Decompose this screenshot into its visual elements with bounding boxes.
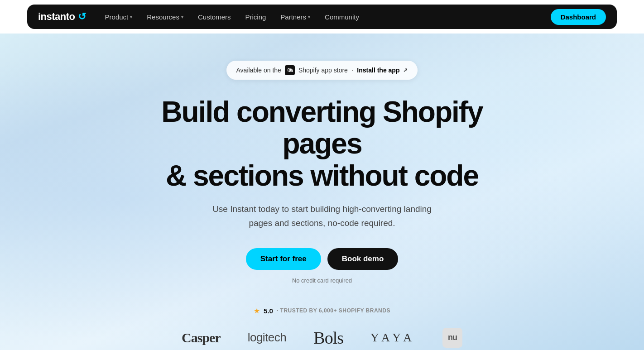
chevron-down-icon: ▾ bbox=[181, 14, 183, 19]
nav-item-resources[interactable]: Resources ▾ bbox=[140, 10, 190, 24]
brand-logos: Casper logitech Bols YAYA nu bbox=[0, 328, 644, 348]
app-store-badge[interactable]: Available on the 🛍 Shopify app store · I… bbox=[226, 61, 418, 80]
trust-section: ★ 5.0 · TRUSTED BY 6,000+ SHOPIFY BRANDS… bbox=[0, 307, 644, 348]
no-credit-card-text: No credit card required bbox=[292, 277, 352, 284]
install-link: Install the app bbox=[357, 67, 399, 74]
chevron-down-icon: ▾ bbox=[130, 14, 132, 19]
badge-prefix: Available on the bbox=[236, 67, 281, 74]
nav-links: Product ▾ Resources ▾ Customers Pricing … bbox=[99, 10, 365, 24]
shopify-icon: 🛍 bbox=[285, 65, 295, 75]
dashboard-button[interactable]: Dashboard bbox=[551, 9, 606, 25]
hero-section: Available on the 🛍 Shopify app store · I… bbox=[0, 34, 644, 350]
brand-logitech: logitech bbox=[248, 331, 287, 345]
badge-store: Shopify app store bbox=[298, 67, 348, 74]
rating-value: 5.0 bbox=[264, 307, 273, 315]
trust-badge: ★ 5.0 · TRUSTED BY 6,000+ SHOPIFY BRANDS bbox=[254, 307, 390, 315]
hero-heading: Build converting Shopify pages & section… bbox=[150, 96, 494, 192]
book-demo-button[interactable]: Book demo bbox=[327, 248, 399, 270]
star-icon: ★ bbox=[254, 307, 260, 315]
nav-item-product[interactable]: Product ▾ bbox=[99, 10, 139, 24]
chevron-down-icon: ▾ bbox=[308, 14, 310, 19]
navbar: instanto↺ Product ▾ Resources ▾ Customer… bbox=[27, 5, 617, 29]
brand-casper: Casper bbox=[182, 330, 221, 345]
nav-item-partners[interactable]: Partners ▾ bbox=[274, 10, 317, 24]
logo[interactable]: instanto↺ bbox=[38, 11, 86, 23]
nav-item-community[interactable]: Community bbox=[318, 10, 365, 24]
dot-separator: · bbox=[351, 66, 353, 74]
logo-icon: ↺ bbox=[78, 11, 86, 23]
logo-text: instanto bbox=[38, 11, 75, 23]
brand-bols: Bols bbox=[313, 328, 343, 348]
arrow-icon: ↗ bbox=[403, 67, 408, 73]
hero-subheading: Use Instant today to start building high… bbox=[204, 202, 440, 230]
brand-yaya: YAYA bbox=[370, 331, 415, 345]
brand-nu: nu bbox=[442, 328, 462, 348]
cta-buttons: Start for free Book demo bbox=[246, 248, 399, 270]
start-free-button[interactable]: Start for free bbox=[246, 248, 321, 270]
nav-item-pricing[interactable]: Pricing bbox=[239, 10, 273, 24]
trusted-text: · TRUSTED BY 6,000+ SHOPIFY BRANDS bbox=[277, 307, 390, 314]
nav-item-customers[interactable]: Customers bbox=[192, 10, 237, 24]
